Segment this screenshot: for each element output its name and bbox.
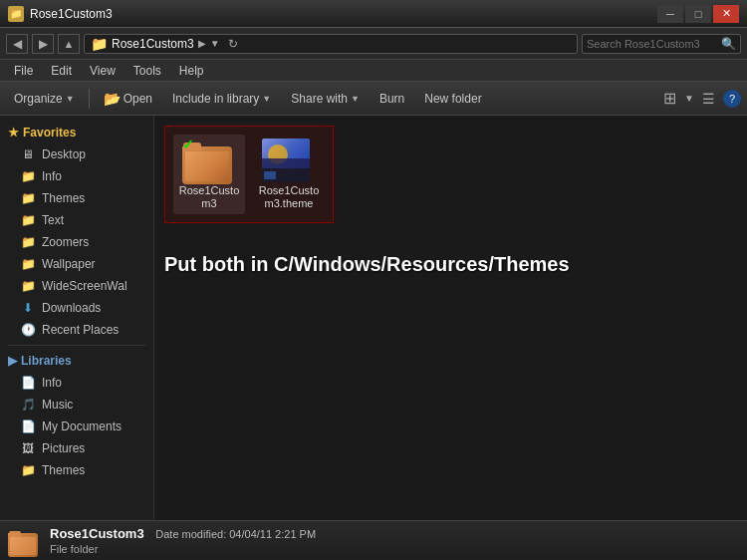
favorites-label: Favorites xyxy=(23,126,76,140)
include-in-library-button[interactable]: Include in library ▼ xyxy=(164,86,279,112)
menu-edit[interactable]: Edit xyxy=(43,62,80,80)
sidebar-item-music[interactable]: 🎵 Music xyxy=(0,394,153,416)
theme-file-icon-container xyxy=(262,139,316,184)
status-folder-tab xyxy=(9,531,21,537)
refresh-icon[interactable]: ↻ xyxy=(228,37,238,51)
sidebar-item-wallpaper[interactable]: 📁 Wallpaper xyxy=(0,253,153,275)
open-button[interactable]: 📂 Open xyxy=(96,86,160,112)
title-bar-left: 📁 Rose1Custom3 xyxy=(8,6,113,22)
new-folder-button[interactable]: New folder xyxy=(416,86,489,112)
view-details-button[interactable]: ☰ xyxy=(698,89,719,109)
lib-info-icon: 📄 xyxy=(20,375,36,391)
favorites-header[interactable]: ★ Favorites xyxy=(0,122,153,143)
themes-folder-icon: 📁 xyxy=(20,190,36,206)
sidebar-info-label: Info xyxy=(42,169,62,183)
sidebar-item-themes[interactable]: 📁 Themes xyxy=(0,187,153,209)
sidebar-lib-themes-label: Themes xyxy=(42,463,85,477)
documents-icon: 📄 xyxy=(20,419,36,434)
sidebar-item-lib-themes[interactable]: 📁 Themes xyxy=(0,459,153,481)
menu-help[interactable]: Help xyxy=(171,62,212,80)
sidebar-item-text[interactable]: 📁 Text xyxy=(0,209,153,231)
menu-tools[interactable]: Tools xyxy=(125,62,169,80)
organize-button[interactable]: Organize ▼ xyxy=(6,86,83,112)
toolbar-right: ⊞ ▼ ☰ ? xyxy=(659,87,741,110)
sidebar-item-widescreenwal[interactable]: 📁 WideScreenWal xyxy=(0,275,153,297)
address-bar: ◀ ▶ ▲ 📁 Rose1Custom3 ▶ ▼ ↻ 🔍 xyxy=(0,28,747,60)
path-chevron: ▶ xyxy=(198,38,206,49)
status-bar: Rose1Custom3 Date modified: 04/04/11 2:2… xyxy=(0,520,747,560)
nav-back-button[interactable]: ◀ xyxy=(6,34,28,54)
search-bar[interactable]: 🔍 xyxy=(582,34,741,54)
sidebar-wallpaper-label: Wallpaper xyxy=(42,257,96,271)
sidebar-pictures-label: Pictures xyxy=(42,441,85,455)
sidebar-text-label: Text xyxy=(42,213,64,227)
sidebar-themes-label: Themes xyxy=(42,191,85,205)
downloads-icon: ⬇ xyxy=(20,300,36,316)
music-icon: 🎵 xyxy=(20,397,36,413)
info-folder-icon: 📁 xyxy=(20,168,36,184)
maximize-button[interactable]: □ xyxy=(685,5,711,23)
nav-forward-button[interactable]: ▶ xyxy=(32,34,54,54)
minimize-button[interactable]: ─ xyxy=(657,5,683,23)
view-dropdown-arrow[interactable]: ▼ xyxy=(684,93,694,104)
folder-icon-small: 📁 xyxy=(91,36,108,52)
file-item-theme[interactable]: Rose1Custom3.theme xyxy=(253,135,325,214)
libraries-header[interactable]: ▶ Libraries xyxy=(0,350,153,372)
window-icon: 📁 xyxy=(8,6,24,22)
sidebar-item-recent-places[interactable]: 🕐 Recent Places xyxy=(0,319,153,341)
sidebar-item-desktop[interactable]: 🖥 Desktop xyxy=(0,143,153,165)
sidebar-item-lib-info[interactable]: 📄 Info xyxy=(0,372,153,394)
address-dropdown-arrows[interactable]: ▼ xyxy=(210,38,220,49)
address-path[interactable]: 📁 Rose1Custom3 ▶ ▼ ↻ xyxy=(84,34,578,54)
star-icon: ★ xyxy=(8,126,19,140)
new-folder-label: New folder xyxy=(424,92,481,106)
status-info: Rose1Custom3 Date modified: 04/04/11 2:2… xyxy=(50,526,316,555)
burn-button[interactable]: Burn xyxy=(372,86,412,112)
close-button[interactable]: ✕ xyxy=(713,5,739,23)
status-name-text: Rose1Custom3 xyxy=(50,526,144,541)
folder-file-icon-container: ✓ xyxy=(182,139,236,184)
status-file-type: File folder xyxy=(50,543,316,555)
menu-bar: File Edit View Tools Help xyxy=(0,60,747,82)
share-arrow: ▼ xyxy=(351,94,360,104)
text-folder-icon: 📁 xyxy=(20,212,36,228)
sidebar: ★ Favorites 🖥 Desktop 📁 Info 📁 Themes 📁 … xyxy=(0,116,154,520)
status-folder-container xyxy=(8,525,40,557)
share-with-button[interactable]: Share with ▼ xyxy=(283,86,368,112)
search-icon: 🔍 xyxy=(721,37,736,51)
toolbar: Organize ▼ 📂 Open Include in library ▼ S… xyxy=(0,82,747,116)
search-input[interactable] xyxy=(587,38,717,50)
window-controls: ─ □ ✕ xyxy=(657,5,739,23)
help-button[interactable]: ? xyxy=(723,90,741,108)
nav-up-button[interactable]: ▲ xyxy=(58,34,80,54)
sidebar-item-zoomers[interactable]: 📁 Zoomers xyxy=(0,231,153,253)
recent-places-icon: 🕐 xyxy=(20,322,36,338)
zoomers-folder-icon: 📁 xyxy=(20,234,36,250)
sidebar-item-info[interactable]: 📁 Info xyxy=(0,165,153,187)
share-label: Share with xyxy=(291,92,348,106)
chevron-down-icon: ▼ xyxy=(210,38,220,49)
sidebar-recent-label: Recent Places xyxy=(42,323,119,337)
open-icon: 📂 xyxy=(104,91,121,107)
file-theme-label: Rose1Custom3.theme xyxy=(257,184,321,210)
files-selection-area: ✓ Rose1Custom3 xyxy=(164,126,334,223)
sidebar-item-downloads[interactable]: ⬇ Downloads xyxy=(0,297,153,319)
sidebar-widescreen-label: WideScreenWal xyxy=(42,279,127,293)
theme-file-taskbar xyxy=(262,168,310,182)
pictures-icon: 🖼 xyxy=(20,440,36,456)
sidebar-downloads-label: Downloads xyxy=(42,301,101,315)
sidebar-item-my-documents[interactable]: 📄 My Documents xyxy=(0,416,153,437)
sidebar-item-pictures[interactable]: 🖼 Pictures xyxy=(0,437,153,459)
sidebar-music-label: Music xyxy=(42,398,73,412)
content-area: ✓ Rose1Custom3 xyxy=(154,116,747,520)
burn-label: Burn xyxy=(379,92,404,106)
include-label: Include in library xyxy=(172,92,259,106)
theme-file-top xyxy=(262,139,310,168)
menu-file[interactable]: File xyxy=(6,62,41,80)
view-tiles-button[interactable]: ⊞ xyxy=(659,87,680,110)
file-item-folder[interactable]: ✓ Rose1Custom3 xyxy=(173,135,245,214)
open-label: Open xyxy=(124,92,152,106)
libraries-expand-icon: ▶ xyxy=(8,354,17,368)
menu-view[interactable]: View xyxy=(82,62,124,80)
theme-horizon xyxy=(262,158,310,168)
